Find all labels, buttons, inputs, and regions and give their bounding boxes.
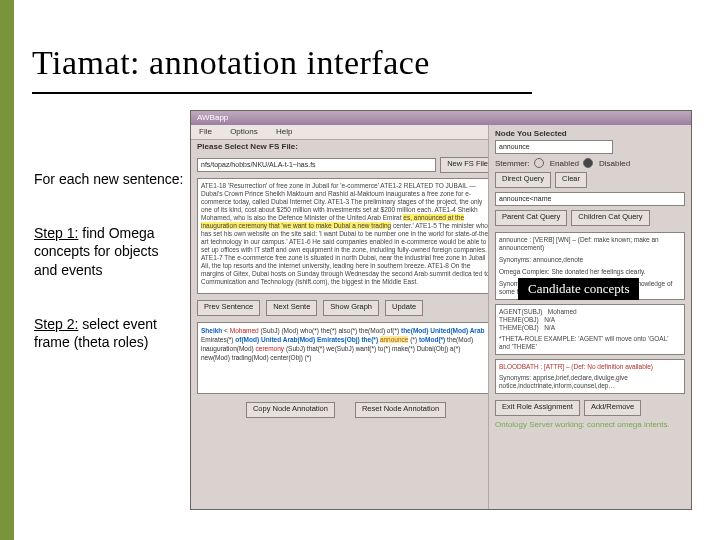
parsed-sentence-pane[interactable]: Sheikh < Mohamed (SubJ) (Mod) who(*) the…	[197, 322, 495, 394]
candidate-syn: Synonyms: announce,denote	[499, 256, 681, 264]
frame-role-2: THEME(OBJ)	[499, 324, 539, 331]
add-remove-button[interactable]: Add/Remove	[584, 400, 641, 416]
step1-lead: Step 1:	[34, 225, 78, 241]
stemmer-enabled-radio[interactable]	[534, 158, 544, 168]
reset-node-annotation-button[interactable]: Reset Node Annotation	[355, 402, 446, 418]
parent-cat-query-button[interactable]: Parent Cat Query	[495, 210, 567, 226]
sentence-nav-buttons: Prev Sentence Next Sente Show Graph Upda…	[191, 296, 501, 320]
step2-lead: Step 2:	[34, 316, 78, 332]
ontology-status: Ontology Server working: connect omega i…	[495, 420, 685, 429]
frame-role-1: THEME(OBJ)	[499, 316, 539, 323]
file-path-field[interactable]: nfs/topaz/hobbs/NKU/ALA-t-1~has.fs	[197, 158, 436, 172]
candidate-ex: Omega Complex: She donated her feelings …	[499, 268, 681, 276]
app-right-panel: Node You Selected announce Stemmer: Enab…	[488, 125, 691, 509]
instruction-sidebar: For each new sentence: Step 1: find Omeg…	[34, 170, 184, 387]
prev-sentence-button[interactable]: Prev Sentence	[197, 300, 260, 316]
sidebar-intro-text: For each new sentence:	[34, 171, 183, 187]
menu-options[interactable]: Options	[222, 125, 266, 139]
direct-query-button[interactable]: Direct Query	[495, 172, 551, 188]
frame-val-0: Mohamed	[548, 308, 577, 315]
app-titlebar: AWBapp	[191, 111, 691, 125]
frame-row-2: THEME(OBJ) N/A	[499, 324, 681, 332]
theta-role-pane: AGENT(SUBJ) Mohamed THEME(OBJ) N/A THEME…	[495, 304, 685, 355]
menu-help[interactable]: Help	[268, 125, 300, 139]
stemmer-label: Stemmer:	[495, 159, 530, 168]
page-title: Tiamat: annotation interface	[32, 44, 430, 82]
secondary-candidate-pane[interactable]: BLOODBATH : [ATTR] – (Def: No definition…	[495, 359, 685, 394]
accent-bar	[0, 0, 14, 540]
frame-val-1: N/A	[544, 316, 555, 323]
stemmer-disabled-radio[interactable]	[583, 158, 593, 168]
file-label-row: Please Select New FS File:	[191, 139, 501, 154]
show-graph-button[interactable]: Show Graph	[323, 300, 379, 316]
children-cat-query-button[interactable]: Children Cat Query	[571, 210, 649, 226]
selected-node-field[interactable]: announce	[495, 140, 613, 154]
exit-role-assignment-button[interactable]: Exit Role Assignment	[495, 400, 580, 416]
query-field[interactable]: announce<name	[495, 192, 685, 206]
bloodbath-body: Synonyms: apprise,brief,declare,divulge,…	[499, 374, 681, 390]
callout-candidate-concepts: Candidate concepts	[518, 278, 639, 300]
update-button[interactable]: Update	[385, 300, 423, 316]
sidebar-intro: For each new sentence:	[34, 170, 184, 188]
frame-row-0: AGENT(SUBJ) Mohamed	[499, 308, 681, 316]
next-sentence-button[interactable]: Next Sente	[266, 300, 317, 316]
sidebar-step-2: Step 2: select event frame (theta roles)	[34, 315, 184, 351]
frame-row-1: THEME(OBJ) N/A	[499, 316, 681, 324]
frame-role-0: AGENT(SUBJ)	[499, 308, 542, 315]
selected-node-label: Node You Selected	[495, 129, 685, 138]
bloodbath-head: BLOODBATH : [ATTR] – (Def: No definition…	[499, 363, 681, 371]
clear-query-button[interactable]: Clear	[555, 172, 587, 188]
title-rule	[32, 92, 532, 94]
corpus-text-pane[interactable]: ATE1-18 'Resurrection' of free zone in J…	[197, 178, 495, 294]
candidate-head: announce : [VERB] [WN] – (Def: make know…	[499, 236, 681, 252]
new-fs-file-button[interactable]: New FS File	[440, 157, 495, 173]
copy-node-annotation-button[interactable]: Copy Node Annotation	[246, 402, 335, 418]
app-window: AWBapp File Options Help Please Select N…	[190, 110, 692, 510]
stemmer-enabled-text: Enabled	[550, 159, 579, 168]
frame-val-2: N/A	[544, 324, 555, 331]
stemmer-disabled-text: Disabled	[599, 159, 630, 168]
file-label: Please Select New FS File:	[197, 142, 298, 151]
frame-note: *THETA-ROLE EXAMPLE: 'AGENT' will move o…	[499, 335, 681, 351]
menu-file[interactable]: File	[191, 125, 220, 139]
sidebar-step-1: Step 1: find Omega concepts for objects …	[34, 224, 184, 279]
stemmer-row: Stemmer: Enabled Disabled	[495, 156, 685, 170]
